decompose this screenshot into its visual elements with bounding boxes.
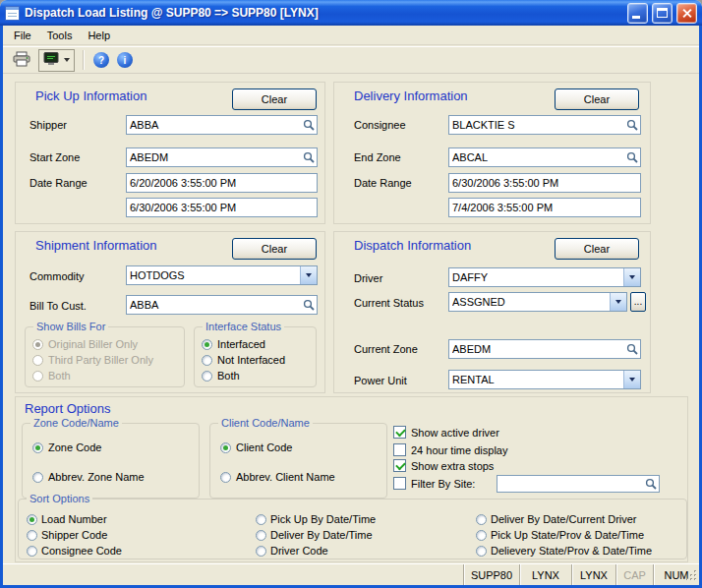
radio-zone-code[interactable] xyxy=(32,442,43,453)
start-zone-input[interactable] xyxy=(127,151,301,163)
info-ball-icon[interactable]: i xyxy=(117,52,133,68)
radio-original-biller-only[interactable] xyxy=(32,339,43,350)
current-status-more-button[interactable]: ... xyxy=(630,292,646,312)
start-zone-lookup-magnifier-icon[interactable] xyxy=(301,149,317,165)
commodity-combobox[interactable] xyxy=(126,265,318,285)
filter-by-site-input[interactable] xyxy=(497,478,643,490)
title-bar: Dispatch Load Listing @ SUPP80 => SUPP80… xyxy=(0,0,702,26)
radio-delivery-state-prov-date-time[interactable] xyxy=(476,546,487,557)
maximize-icon xyxy=(657,8,668,18)
menu-tools[interactable]: Tools xyxy=(39,28,81,43)
power-unit-input[interactable] xyxy=(449,374,623,385)
delivery-date-to-input[interactable] xyxy=(449,202,640,213)
pickup-date-from-input[interactable] xyxy=(127,177,317,189)
radio-shipper-code[interactable] xyxy=(27,530,37,541)
pickup-date-to-input[interactable] xyxy=(127,202,317,213)
statusbar-user-panel: LYNX xyxy=(519,564,571,585)
pickup-date-range-label: Date Range xyxy=(29,177,88,189)
pickup-date-to-field[interactable] xyxy=(126,198,318,217)
power-unit-combobox[interactable] xyxy=(448,370,641,389)
driver-combobox[interactable] xyxy=(448,267,641,287)
filter-site-lookup-magnifier-icon[interactable] xyxy=(643,476,659,492)
power-unit-dropdown-button[interactable] xyxy=(623,371,640,388)
help-ball-icon[interactable]: ? xyxy=(93,52,109,68)
delivery-date-from-input[interactable] xyxy=(449,177,640,189)
minimize-button[interactable] xyxy=(627,3,648,24)
current-status-input[interactable] xyxy=(449,296,610,308)
radio-pick-up-state-prov-date-time[interactable] xyxy=(476,530,487,541)
pickup-clear-button[interactable]: Clear xyxy=(232,88,317,110)
radio-consignee-code[interactable] xyxy=(27,546,37,557)
bill-to-lookup-magnifier-icon[interactable] xyxy=(301,297,317,313)
consignee-lookup-magnifier-icon[interactable] xyxy=(624,117,640,133)
statusbar-message-panel xyxy=(3,564,463,585)
radio-label: Delievery State/Prov & Date/Time xyxy=(491,545,652,557)
radio-deliver-by-date-current-driver[interactable] xyxy=(476,514,487,525)
current-zone-input[interactable] xyxy=(449,343,624,355)
driver-input[interactable] xyxy=(449,271,623,283)
maximize-button[interactable] xyxy=(652,3,673,24)
client-code-name-title: Client Code/Name xyxy=(218,417,313,429)
print-button[interactable] xyxy=(9,48,34,72)
radio-label: Zone Code xyxy=(48,441,101,453)
current-zone-lookup-magnifier-icon[interactable] xyxy=(624,341,640,357)
commodity-dropdown-button[interactable] xyxy=(300,266,317,284)
shipment-clear-button[interactable]: Clear xyxy=(232,238,317,260)
delivery-section: Delivery Information Clear Consignee End… xyxy=(333,82,651,224)
window-title: Dispatch Load Listing @ SUPP80 => SUPP80… xyxy=(25,6,623,20)
end-zone-label: End Zone xyxy=(354,151,401,163)
delivery-date-from-field[interactable] xyxy=(448,173,641,193)
commodity-input[interactable] xyxy=(127,269,300,281)
checkbox-show-active-driver[interactable] xyxy=(393,426,406,439)
filter-by-site-field[interactable] xyxy=(497,475,660,493)
shipper-lookup-magnifier-icon[interactable] xyxy=(301,117,317,133)
menu-file[interactable]: File xyxy=(6,28,39,43)
delivery-date-to-field[interactable] xyxy=(448,198,641,217)
current-zone-label: Current Zone xyxy=(354,343,418,355)
checkbox-label: Filter By Site: xyxy=(411,478,475,490)
radio-label: Third Party Biller Only xyxy=(48,354,153,366)
current-status-dropdown-button[interactable] xyxy=(610,293,626,311)
radio-label: Driver Code xyxy=(270,545,328,557)
radio-load-number[interactable] xyxy=(27,514,37,525)
checkbox-show-extra-stops[interactable] xyxy=(393,459,406,472)
consignee-input[interactable] xyxy=(449,119,624,131)
pickup-date-from-field[interactable] xyxy=(126,173,318,193)
dropdown-arrow-icon xyxy=(64,58,70,62)
end-zone-lookup-magnifier-icon[interactable] xyxy=(624,149,640,165)
radio-driver-code[interactable] xyxy=(256,546,266,557)
radio-third-party-biller-only[interactable] xyxy=(32,355,43,366)
close-button[interactable] xyxy=(676,3,697,24)
delivery-clear-button[interactable]: Clear xyxy=(555,88,639,110)
end-zone-field[interactable] xyxy=(448,147,641,167)
consignee-field[interactable] xyxy=(448,115,641,135)
bill-to-label: Bill To Cust. xyxy=(29,300,87,312)
radio-deliver-by-date-time[interactable] xyxy=(256,530,266,541)
bill-to-input[interactable] xyxy=(127,299,301,311)
current-status-combobox[interactable] xyxy=(448,292,627,312)
start-zone-field[interactable] xyxy=(126,147,318,167)
shipper-input[interactable] xyxy=(127,119,301,131)
menu-help[interactable]: Help xyxy=(80,28,118,43)
shipper-field[interactable] xyxy=(126,115,318,135)
dispatch-clear-button[interactable]: Clear xyxy=(555,238,639,260)
current-zone-field[interactable] xyxy=(448,339,641,359)
radio-interface-both[interactable] xyxy=(202,371,212,382)
resize-grip[interactable] xyxy=(685,569,698,584)
radio-abbrev-client-name[interactable] xyxy=(220,472,231,483)
checkbox-filter-by-site[interactable] xyxy=(393,477,406,490)
preview-split-button[interactable] xyxy=(38,49,75,72)
radio-client-code[interactable] xyxy=(220,442,231,453)
radio-bills-both[interactable] xyxy=(32,371,43,382)
bill-to-field[interactable] xyxy=(126,295,318,315)
radio-abbrev-zone-name[interactable] xyxy=(32,472,43,483)
checkbox-24-hour-time-display[interactable] xyxy=(393,443,406,456)
end-zone-input[interactable] xyxy=(449,151,624,163)
radio-not-interfaced[interactable] xyxy=(202,355,212,366)
radio-interfaced[interactable] xyxy=(202,339,212,350)
interface-status-group: Interface Status Interfaced Not Interfac… xyxy=(194,326,317,387)
statusbar-capslock-panel: CAP xyxy=(615,564,653,585)
radio-label: Consignee Code xyxy=(41,545,122,557)
driver-dropdown-button[interactable] xyxy=(623,268,640,286)
radio-pick-up-by-date-time[interactable] xyxy=(256,514,266,525)
